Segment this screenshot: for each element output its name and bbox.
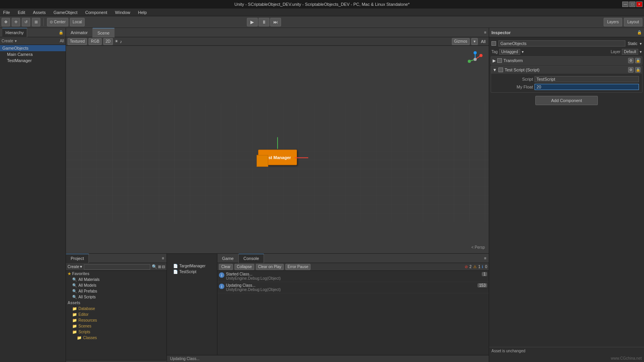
pause-button[interactable]: ⏸ <box>259 18 269 26</box>
transform-settings-icon[interactable]: ⚙ <box>628 58 634 63</box>
textured-button[interactable]: Textured <box>68 38 87 45</box>
play-button[interactable]: ▶ <box>247 18 258 26</box>
layers-button[interactable]: Layers <box>604 18 622 26</box>
test-script-enabled-checkbox[interactable] <box>498 68 503 72</box>
menu-edit[interactable]: Edit <box>16 10 27 15</box>
game-object-inner <box>257 155 268 166</box>
project-options-icon[interactable]: ≡ <box>160 256 167 260</box>
gizmos-dropdown[interactable]: ▾ <box>471 38 478 45</box>
pivot-button[interactable]: ⊙ Center <box>47 18 68 26</box>
create-project-button[interactable]: Create <box>68 265 79 269</box>
add-component-button[interactable]: Add Component <box>535 96 598 105</box>
window-controls[interactable]: — □ ✕ <box>622 2 642 7</box>
myfloat-value-input[interactable] <box>535 84 639 90</box>
toggle-1col-icon[interactable]: ⊞ <box>158 265 161 269</box>
scene-viewport[interactable]: < Persp Test Manager <box>66 46 489 253</box>
menu-bar: File Edit Assets GameObject Component Wi… <box>0 9 644 16</box>
inspector-header: Inspector 🔒 <box>489 28 644 37</box>
scripts-item[interactable]: 📁 Scripts <box>66 329 167 335</box>
all-models-item[interactable]: 🔍 All Models <box>66 282 167 288</box>
scene-panel-options[interactable]: ≡ <box>482 28 489 37</box>
script-value-input[interactable] <box>535 76 639 82</box>
transform-enabled-checkbox[interactable] <box>497 58 502 63</box>
error-count: 2 <box>469 265 472 269</box>
test-script-lock-icon[interactable]: 🔒 <box>635 67 641 73</box>
hierarchy-item-maincamera[interactable]: Main Camera <box>0 51 66 57</box>
clear-button[interactable]: Clear <box>219 264 233 270</box>
database-item[interactable]: 📁 Database <box>66 306 167 312</box>
layer-value[interactable]: Default <box>622 49 638 55</box>
minimize-button[interactable]: — <box>622 2 628 7</box>
scale-tool-button[interactable]: ⊞ <box>32 18 40 26</box>
menu-file[interactable]: File <box>2 10 12 15</box>
menu-window[interactable]: Window <box>113 10 132 15</box>
separator <box>43 18 44 26</box>
search-icon[interactable]: 🔍 <box>152 264 157 269</box>
maximize-button[interactable]: □ <box>629 2 635 7</box>
all-button[interactable]: All <box>479 39 487 44</box>
scene-tab[interactable]: Scene <box>93 28 115 37</box>
space-button[interactable]: Local <box>70 18 85 26</box>
tag-dropdown[interactable]: ▾ <box>522 50 524 54</box>
menu-help[interactable]: Help <box>136 10 148 15</box>
scene-audio-icon[interactable]: ♪ <box>120 39 122 44</box>
watermark-text: www.CGchina.net <box>611 356 642 360</box>
transform-lock-icon[interactable]: 🔒 <box>635 58 641 63</box>
inspector-lock-icon[interactable]: 🔒 <box>637 30 642 35</box>
editor-item[interactable]: 📁 Editor <box>66 312 167 317</box>
test-script-settings-icon[interactable]: ⚙ <box>628 67 634 73</box>
scene-game-object[interactable]: Test Manager <box>258 137 297 165</box>
hand-tool-button[interactable]: ✥ <box>2 18 10 26</box>
all-prefabs-item[interactable]: 🔍 All Prefabs <box>66 288 167 294</box>
all-scripts-item[interactable]: 🔍 All Scripts <box>66 294 167 300</box>
console-entry-0[interactable]: i Started Class... UnityEngine.Debug:Log… <box>217 271 489 282</box>
all-materials-item[interactable]: 🔍 All Materials <box>66 277 167 282</box>
layer-dropdown[interactable]: ▾ <box>640 50 642 54</box>
game-tab[interactable]: Game <box>217 254 239 263</box>
toggle-2col-icon[interactable]: ⊟ <box>162 265 165 269</box>
hierarchy-lock-icon[interactable]: 🔒 <box>59 30 63 35</box>
layout-button[interactable]: Layout <box>624 18 642 26</box>
animator-tab[interactable]: Animator <box>66 28 93 37</box>
project-tab[interactable]: Project <box>66 254 89 263</box>
create-dropdown-icon[interactable]: ▾ <box>80 264 82 269</box>
scene-light-icon[interactable]: ☀ <box>115 39 118 44</box>
console-entry-1[interactable]: i Updating Class... UnityEngine.Debug:Lo… <box>217 282 489 293</box>
search-bar[interactable] <box>84 264 150 270</box>
move-tool-button[interactable]: ✛ <box>12 18 20 26</box>
hierarchy-tab[interactable]: Hierarchy <box>2 28 27 37</box>
menu-assets[interactable]: Assets <box>31 10 47 15</box>
collapse-button[interactable]: Collapse <box>234 264 254 270</box>
rgb-button[interactable]: RGB <box>89 38 102 45</box>
close-button[interactable]: ✕ <box>636 2 642 7</box>
hierarchy-item-gameobject[interactable]: GameObjects <box>0 45 66 51</box>
step-button[interactable]: ⏭ <box>270 18 281 26</box>
rotate-tool-button[interactable]: ↺ <box>22 18 30 26</box>
console-tab[interactable]: Console <box>239 254 264 263</box>
go-name-input[interactable] <box>498 40 625 47</box>
go-active-checkbox[interactable] <box>491 41 496 46</box>
entry-1-count: 153 <box>477 283 487 288</box>
test-script-item[interactable]: 📄 TestScript <box>167 269 217 275</box>
classes-subitem[interactable]: 📁 Classes <box>66 335 167 341</box>
transform-header[interactable]: ▶ Transform ⚙ 🔒 <box>491 57 642 64</box>
test-script-header[interactable]: ▼ Test Script (Script) ⚙ 🔒 <box>491 66 642 74</box>
scenes-item[interactable]: 📁 Scenes <box>66 323 167 329</box>
game-object-box[interactable]: Test Manager <box>258 149 297 165</box>
resources-item[interactable]: 📁 Resources <box>66 317 167 323</box>
error-pause-button[interactable]: Error Pause <box>285 264 311 270</box>
create-button[interactable]: Create <box>2 39 13 43</box>
console-options-icon[interactable]: ≡ <box>482 256 489 260</box>
tag-value[interactable]: Untagged <box>499 49 520 55</box>
create-dropdown-icon[interactable]: ▾ <box>15 39 17 43</box>
2d-button[interactable]: 2D <box>103 38 113 45</box>
menu-component[interactable]: Component <box>83 10 109 15</box>
clear-on-play-button[interactable]: Clear on Play <box>256 264 284 270</box>
menu-gameobject[interactable]: GameObject <box>52 10 79 15</box>
hierarchy-item-testmanager[interactable]: TestManager <box>0 57 66 64</box>
gizmos-button[interactable]: Gizmos <box>452 38 470 45</box>
target-manager-item[interactable]: 📄 TargetManager <box>167 263 217 269</box>
main-camera-label: Main Camera <box>7 52 33 57</box>
entry-1-icon: i <box>219 284 224 289</box>
static-dropdown-icon[interactable]: ▾ <box>640 42 642 46</box>
